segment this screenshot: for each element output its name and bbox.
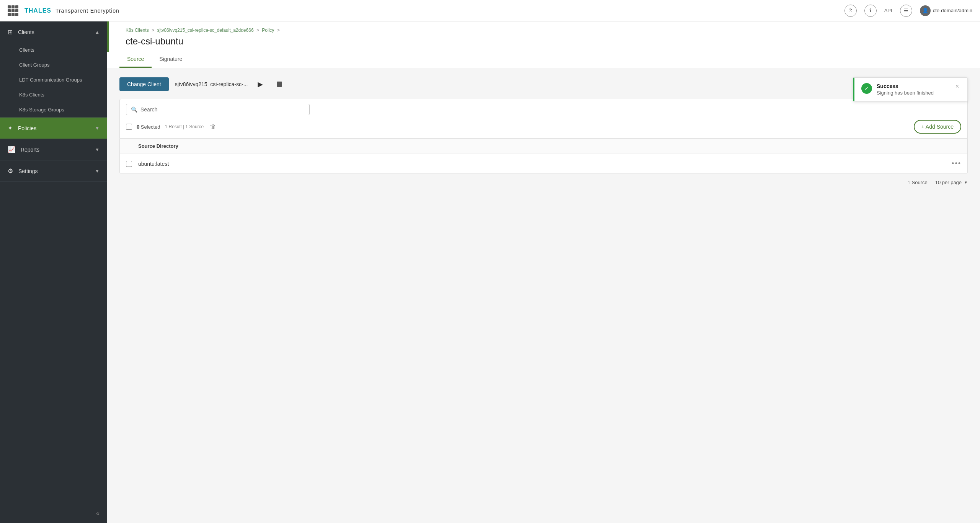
policies-icon: ✦ bbox=[8, 125, 13, 131]
toast-title: Success bbox=[877, 83, 934, 89]
table-row: ubuntu:latest ••• bbox=[120, 154, 967, 173]
sidebar-section-policies: ✦ Policies ▼ bbox=[0, 118, 107, 139]
sidebar-clients-header[interactable]: ⊞ Clients ▲ bbox=[0, 21, 107, 42]
table-controls-left: 0 Selected 1 Result | 1 Source 🗑 bbox=[126, 122, 217, 132]
accent-bar bbox=[107, 21, 109, 52]
select-all-checkbox[interactable] bbox=[126, 124, 132, 130]
result-meta: 1 Result | 1 Source bbox=[165, 124, 204, 129]
action-bar: Change Client sjtv86ivvq215_csi-replica-… bbox=[119, 77, 968, 91]
content-header: K8s Clients > sjtv86ivvq215_csi-replica-… bbox=[107, 21, 980, 68]
client-name-display: sjtv86ivvq215_csi-replica-sc-... bbox=[175, 81, 248, 87]
toast-body: Success Signing has been finished bbox=[877, 83, 934, 96]
page-title: cte-csi-ubuntu bbox=[126, 36, 183, 51]
play-icon: ▶ bbox=[258, 80, 263, 88]
row-value: ubuntu:latest bbox=[138, 161, 952, 167]
main-layout: ⊞ Clients ▲ Clients Client Groups LDT Co… bbox=[0, 21, 980, 523]
chevron-right-icon: ▼ bbox=[95, 147, 100, 152]
change-client-button[interactable]: Change Client bbox=[119, 77, 169, 91]
top-nav-actions: ⏱ ℹ API ☰ 👤 cte-domain/admin bbox=[844, 5, 972, 17]
per-page-chevron-icon: ▼ bbox=[964, 180, 968, 185]
chevron-up-icon: ▲ bbox=[95, 29, 100, 35]
sidebar-item-k8s-clients[interactable]: K8s Clients bbox=[0, 87, 107, 102]
reports-icon: 📈 bbox=[8, 146, 15, 153]
row-checkbox[interactable] bbox=[126, 161, 132, 167]
username: cte-domain/admin bbox=[933, 8, 972, 13]
info-icon[interactable]: ℹ bbox=[864, 5, 877, 17]
logo-area: THALES Transparent Encryption bbox=[8, 5, 119, 16]
toast-message: Signing has been finished bbox=[877, 90, 934, 96]
search-input[interactable] bbox=[140, 106, 305, 113]
search-bar: 🔍 bbox=[126, 104, 310, 115]
history-icon[interactable]: ⏱ bbox=[844, 5, 857, 17]
tabs: Source Signature bbox=[119, 51, 968, 68]
play-button[interactable]: ▶ bbox=[254, 78, 267, 91]
clients-subitems: Clients Client Groups LDT Communication … bbox=[0, 42, 107, 117]
docs-icon[interactable]: ☰ bbox=[900, 5, 912, 17]
breadcrumb: K8s Clients > sjtv86ivvq215_csi-replica-… bbox=[126, 28, 968, 33]
total-count: 1 Source bbox=[908, 180, 928, 185]
tab-signature[interactable]: Signature bbox=[152, 51, 190, 68]
success-toast: ✓ Success Signing has been finished × bbox=[853, 77, 968, 101]
collapse-sidebar-button[interactable]: « bbox=[96, 510, 100, 517]
sidebar-reports-header[interactable]: 📈 Reports ▼ bbox=[0, 139, 107, 160]
clients-icon: ⊞ bbox=[8, 29, 13, 35]
per-page-select[interactable]: 10 per page ▼ bbox=[935, 180, 968, 185]
sidebar-item-clients[interactable]: Clients bbox=[0, 42, 107, 57]
tab-source[interactable]: Source bbox=[119, 51, 152, 68]
chevron-down-icon: ▼ bbox=[95, 126, 100, 131]
table-header: Source Directory bbox=[120, 139, 967, 154]
app-grid-icon[interactable] bbox=[8, 5, 18, 16]
sidebar-section-settings: ⚙ Settings ▼ bbox=[0, 160, 107, 182]
sidebar-collapse-area: « bbox=[0, 504, 107, 523]
page-title-row: cte-csi-ubuntu bbox=[126, 36, 968, 51]
pagination-bar: 1 Source 10 per page ▼ bbox=[119, 173, 968, 191]
selected-label: 0 Selected bbox=[137, 124, 160, 130]
api-link[interactable]: API bbox=[884, 8, 892, 13]
delete-button[interactable]: 🗑 bbox=[208, 122, 217, 132]
add-source-button[interactable]: + Add Source bbox=[914, 120, 961, 134]
settings-icon: ⚙ bbox=[8, 168, 13, 174]
col-source-directory: Source Directory bbox=[138, 143, 178, 149]
sidebar-section-reports: 📈 Reports ▼ bbox=[0, 139, 107, 160]
search-icon: 🔍 bbox=[131, 106, 137, 113]
data-table: Source Directory ubuntu:latest ••• bbox=[119, 139, 968, 173]
stop-button[interactable] bbox=[273, 78, 286, 91]
breadcrumb-k8s[interactable]: K8s Clients bbox=[126, 28, 149, 33]
main-panel: ✓ Success Signing has been finished × Ch… bbox=[107, 68, 980, 523]
sidebar-section-clients: ⊞ Clients ▲ Clients Client Groups LDT Co… bbox=[0, 21, 107, 118]
toast-success-icon: ✓ bbox=[861, 83, 872, 94]
stop-icon bbox=[277, 82, 282, 87]
toast-close-button[interactable]: × bbox=[954, 83, 960, 90]
breadcrumb-replica[interactable]: sjtv86ivvq215_csi-replica-sc_default_a2d… bbox=[157, 28, 253, 33]
top-nav: THALES Transparent Encryption ⏱ ℹ API ☰ … bbox=[0, 0, 980, 21]
sidebar-item-k8s-storage[interactable]: K8s Storage Groups bbox=[0, 102, 107, 117]
row-actions-menu[interactable]: ••• bbox=[952, 160, 961, 168]
avatar: 👤 bbox=[920, 5, 931, 16]
sidebar: ⊞ Clients ▲ Clients Client Groups LDT Co… bbox=[0, 21, 107, 523]
sidebar-item-client-groups[interactable]: Client Groups bbox=[0, 57, 107, 72]
sidebar-settings-header[interactable]: ⚙ Settings ▼ bbox=[0, 160, 107, 181]
sidebar-item-ldt-comm-groups[interactable]: LDT Communication Groups bbox=[0, 72, 107, 87]
content-area: K8s Clients > sjtv86ivvq215_csi-replica-… bbox=[107, 21, 980, 523]
user-menu[interactable]: 👤 cte-domain/admin bbox=[920, 5, 972, 16]
chevron-down-icon-settings: ▼ bbox=[95, 168, 100, 174]
table-controls: 0 Selected 1 Result | 1 Source 🗑 + Add S… bbox=[126, 120, 961, 134]
breadcrumb-policy[interactable]: Policy bbox=[262, 28, 274, 33]
logo: THALES Transparent Encryption bbox=[24, 7, 119, 14]
table-toolbar: 🔍 0 Selected 1 Result | 1 Source 🗑 + Add… bbox=[119, 99, 968, 139]
sidebar-policies-header[interactable]: ✦ Policies ▼ bbox=[0, 118, 107, 139]
